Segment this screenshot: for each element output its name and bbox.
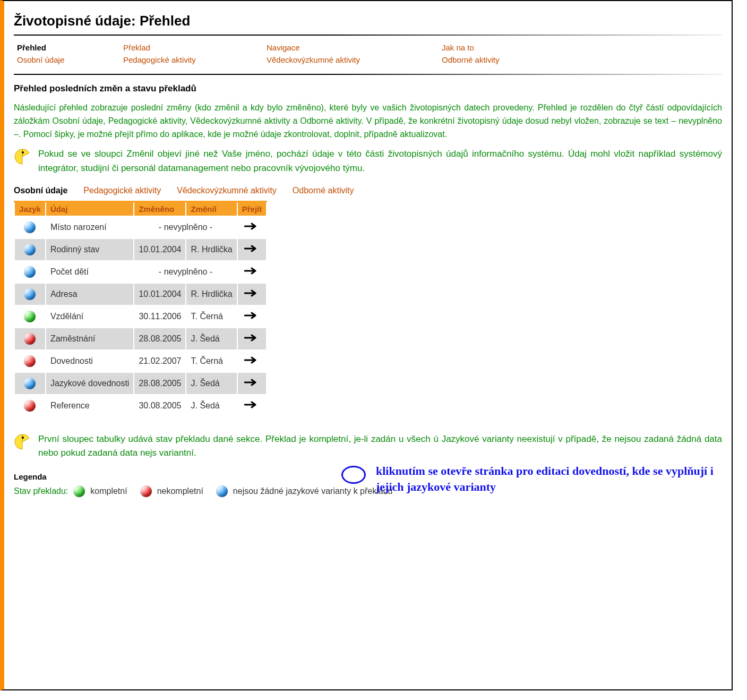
cell-udaj: Rodinný stav — [46, 238, 134, 261]
table-row: Místo narození- nevyplněno - — [14, 216, 267, 238]
table-header: Změněno — [134, 202, 186, 217]
arrow-right-icon — [244, 334, 259, 343]
intro-paragraph: Následující přehled zobrazuje poslední z… — [14, 101, 722, 141]
go-arrow[interactable] — [237, 305, 267, 328]
go-arrow[interactable] — [237, 216, 267, 238]
page-title: Životopisné údaje: Přehled — [14, 13, 722, 29]
nav-item[interactable]: Pedagogické aktivity — [123, 55, 267, 64]
cell-zmenil[interactable]: R. Hrdlička — [186, 238, 237, 261]
pacman-icon — [14, 433, 31, 452]
cell-zmeneno: 28.08.2005 — [134, 372, 186, 395]
table-row: Dovednosti21.02.2007T. Černá — [14, 350, 267, 372]
legend-item-text: nekompletní — [157, 486, 203, 496]
sub-tab[interactable]: Pedagogické aktivity — [83, 186, 161, 195]
arrow-right-icon — [244, 223, 259, 232]
status-ball-icon — [24, 266, 36, 278]
legend-ball-icon — [73, 485, 85, 497]
status-ball-icon — [24, 378, 36, 389]
tip-note-1: Pokud se ve sloupci Změnil objeví jiné n… — [14, 147, 722, 175]
cell-zmenil[interactable]: J. Šedá — [186, 395, 237, 417]
legend-ball-icon — [140, 485, 152, 497]
table-header: Přejít — [237, 202, 267, 217]
cell-zmenil[interactable]: J. Šedá — [186, 328, 237, 350]
nav-item[interactable]: Překlad — [123, 43, 267, 52]
cell-udaj: Jazykové dovednosti — [46, 372, 134, 395]
nav-item[interactable]: Osobní údaje — [17, 55, 123, 64]
go-arrow[interactable] — [237, 350, 267, 372]
pacman-icon — [14, 148, 31, 167]
nav-item[interactable]: Přehled — [17, 43, 123, 52]
cell-zmeneno: 28.08.2005 — [134, 328, 186, 350]
status-ball-icon — [24, 244, 36, 255]
cell-nevyplneno: - nevyplněno - — [134, 216, 237, 238]
cell-zmenil[interactable]: T. Černá — [186, 305, 237, 328]
status-ball-icon — [24, 355, 36, 367]
top-nav: PřehledPřekladNavigaceJak na toOsobní úd… — [17, 43, 722, 64]
cell-zmeneno: 21.02.2007 — [134, 350, 186, 372]
cell-udaj: Zaměstnání — [46, 328, 134, 350]
tip-text-1: Pokud se ve sloupci Změnil objeví jiné n… — [38, 147, 722, 175]
table-row: Rodinný stav10.01.2004R. Hrdlička — [14, 238, 267, 261]
go-arrow[interactable] — [237, 238, 267, 261]
cell-udaj: Počet dětí — [46, 261, 134, 283]
arrow-right-icon — [244, 379, 259, 388]
arrow-right-icon — [244, 312, 259, 321]
arrow-right-icon — [244, 356, 259, 365]
arrow-right-icon — [244, 267, 259, 276]
table-row: Počet dětí- nevyplněno - — [14, 261, 267, 283]
cell-zmenil[interactable]: R. Hrdlička — [186, 283, 237, 305]
go-arrow[interactable] — [237, 283, 267, 305]
table-row: Vzdělání30.11.2006T. Černá — [14, 305, 267, 328]
svg-point-0 — [22, 151, 24, 153]
nav-item[interactable]: Vědeckovýzkumné aktivity — [267, 55, 442, 64]
arrow-right-icon — [244, 401, 259, 410]
go-arrow[interactable] — [237, 372, 267, 395]
arrow-right-icon — [244, 245, 259, 254]
status-ball-icon — [24, 221, 36, 233]
cell-udaj: Místo narození — [46, 216, 134, 238]
status-ball-icon — [24, 288, 36, 300]
cell-zmeneno: 10.01.2004 — [134, 283, 186, 305]
divider — [14, 35, 722, 36]
cell-udaj: Reference — [46, 395, 134, 417]
go-arrow[interactable] — [237, 328, 267, 350]
annotation-circle — [341, 466, 366, 484]
cell-nevyplneno: - nevyplněno - — [134, 261, 237, 283]
cell-zmenil[interactable]: T. Černá — [186, 350, 237, 372]
nav-item[interactable]: Odborné aktivity — [442, 55, 722, 64]
legend-item-text: nejsou žádné jazykové varianty k překlad… — [233, 486, 393, 496]
cell-zmeneno: 30.11.2006 — [134, 305, 186, 328]
sub-tab[interactable]: Odborné aktivity — [293, 186, 354, 195]
legend-item-text: kompletní — [90, 486, 127, 496]
table-row: Adresa10.01.2004R. Hrdlička — [14, 283, 267, 305]
cell-udaj: Adresa — [46, 283, 134, 305]
sub-tab[interactable]: Osobní údaje — [14, 186, 67, 195]
cell-udaj: Vzdělání — [46, 305, 134, 328]
table-row: Zaměstnání28.08.2005J. Šedá — [14, 328, 267, 350]
nav-item[interactable]: Navigace — [267, 43, 442, 52]
legend-label: Stav překladu: — [14, 486, 68, 496]
legend-ball-icon — [216, 485, 228, 497]
status-ball-icon — [24, 333, 36, 345]
cell-zmeneno: 30.08.2005 — [134, 395, 186, 417]
table-row: Reference30.08.2005J. Šedá — [14, 395, 267, 417]
table-header: Jazyk — [14, 202, 46, 217]
arrow-right-icon — [244, 289, 259, 298]
table-row: Jazykové dovednosti28.08.2005J. Šedá — [14, 372, 267, 395]
go-arrow[interactable] — [237, 395, 267, 417]
tip-text-2: První sloupec tabulky udává stav překlad… — [38, 432, 722, 460]
cell-zmenil[interactable]: J. Šedá — [186, 372, 237, 395]
status-ball-icon — [24, 311, 36, 322]
divider — [14, 74, 722, 75]
data-table: JazykÚdajZměněnoZměnilPřejít Místo naroz… — [14, 201, 267, 417]
nav-item[interactable]: Jak na to — [442, 43, 722, 52]
go-arrow[interactable] — [237, 261, 267, 283]
sub-tabs: Osobní údajePedagogické aktivityVědeckov… — [14, 186, 722, 195]
table-header: Změnil — [186, 202, 237, 217]
cell-udaj: Dovednosti — [46, 350, 134, 372]
tip-note-2: První sloupec tabulky udává stav překlad… — [14, 432, 722, 460]
annotation-text: kliknutím se otevře stránka pro editaci … — [376, 463, 716, 494]
cell-zmeneno: 10.01.2004 — [134, 238, 186, 261]
sub-tab[interactable]: Vědeckovýzkumné aktivity — [177, 186, 277, 195]
section-title: Přehled posledních změn a stavu překladů — [14, 83, 722, 94]
